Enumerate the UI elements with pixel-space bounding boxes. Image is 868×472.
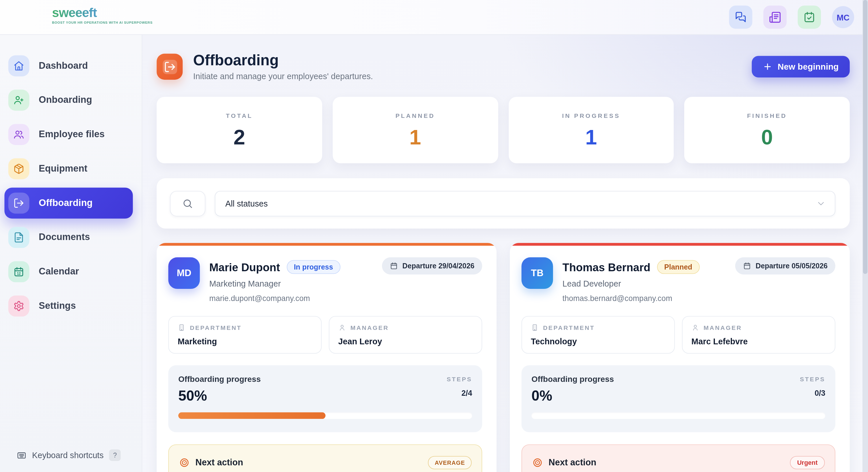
user-plus-icon — [8, 90, 29, 111]
gear-icon — [8, 295, 29, 317]
scrollbar-thumb[interactable] — [863, 0, 867, 274]
progress-steps: 2/4 — [461, 388, 472, 398]
offboarding-progress-panel: Offboarding progress STEPS 0% 0/3 — [522, 365, 835, 432]
manager-box: MANAGER Jean Leroy — [329, 316, 482, 353]
employee-card[interactable]: TB Thomas Bernard Planned Lead Developer… — [510, 243, 849, 472]
stat-card-in-progress: IN PROGRESS 1 — [508, 97, 674, 163]
brand-name: sweeeft — [52, 6, 153, 20]
stat-card-planned: PLANNED 1 — [333, 97, 498, 163]
package-icon — [8, 158, 29, 179]
sidebar-item-offboarding[interactable]: Offboarding — [4, 187, 133, 218]
sidebar-item-documents[interactable]: Documents — [4, 222, 133, 253]
employee-name: Marie Dupont — [209, 261, 280, 273]
stat-label: IN PROGRESS — [562, 112, 620, 119]
manager-value: Marc Lefebvre — [691, 337, 826, 346]
document-icon — [8, 227, 29, 248]
department-value: Marketing — [178, 337, 312, 346]
users-icon — [8, 124, 29, 145]
user-icon — [338, 324, 346, 332]
search-icon — [182, 198, 193, 209]
employee-name: Thomas Bernard — [562, 261, 650, 273]
stat-card-finished: FINISHED 0 — [684, 97, 849, 163]
log-out-icon — [163, 61, 176, 73]
stat-value: 2 — [234, 126, 245, 148]
newspaper-icon — [769, 11, 781, 23]
status-filter-select[interactable]: All statuses — [215, 191, 835, 216]
sidebar-item-calendar[interactable]: 12 Calendar — [4, 256, 133, 287]
sidebar-item-settings[interactable]: Settings — [4, 291, 133, 321]
sidebar-item-equipment[interactable]: Equipment — [4, 153, 133, 184]
page-header: Offboarding Initiate and manage your emp… — [157, 53, 850, 81]
department-box: DEPARTMENT Marketing — [168, 316, 321, 353]
employee-email: thomas.bernard@company.com — [562, 294, 699, 303]
target-icon — [179, 457, 190, 468]
main-content: Offboarding Initiate and manage your emp… — [142, 34, 862, 472]
avatar: TB — [522, 257, 553, 289]
calendar-icon: 12 — [8, 261, 29, 282]
calendar-check-icon — [803, 11, 815, 23]
plus-icon — [763, 62, 772, 72]
employee-role: Lead Developer — [562, 279, 699, 289]
calendar-check-button[interactable] — [798, 5, 821, 29]
sidebar-item-employee-files[interactable]: Employee files — [4, 119, 133, 150]
user-icon — [691, 324, 699, 332]
progress-percent: 0% — [531, 387, 552, 404]
stat-value: 0 — [761, 126, 773, 148]
brand-tagline: BOOST YOUR HR OPERATIONS WITH AI SUPERPO… — [52, 21, 153, 24]
sidebar-item-onboarding[interactable]: Onboarding — [4, 85, 133, 116]
new-beginning-button[interactable]: New beginning — [751, 56, 850, 77]
topbar: sweeeft BOOST YOUR HR OPERATIONS WITH AI… — [0, 0, 868, 35]
page-title: Offboarding — [193, 53, 373, 68]
page-subtitle: Initiate and manage your employees' depa… — [193, 71, 373, 81]
progress-bar — [531, 412, 825, 419]
messages-button[interactable] — [729, 5, 752, 29]
news-button[interactable] — [764, 5, 786, 29]
department-box: DEPARTMENT Technology — [522, 316, 675, 353]
employee-card[interactable]: MD Marie Dupont In progress Marketing Ma… — [157, 243, 496, 472]
keyboard-shortcuts[interactable]: Keyboard shortcuts ? — [17, 449, 121, 461]
manager-value: Jean Leroy — [338, 337, 473, 346]
filter-bar: All statuses — [157, 178, 850, 228]
stat-value: 1 — [585, 126, 597, 148]
stat-label: PLANNED — [396, 112, 435, 119]
status-badge: Planned — [657, 260, 700, 274]
departure-chip: Departure 29/04/2026 — [382, 257, 482, 275]
home-icon — [8, 56, 29, 76]
log-out-icon — [8, 193, 29, 214]
status-badge: In progress — [287, 260, 340, 274]
department-value: Technology — [531, 337, 665, 346]
stat-value: 1 — [409, 126, 421, 148]
offboarding-progress-panel: Offboarding progress STEPS 50% 2/4 — [168, 365, 482, 432]
manager-box: MANAGER Marc Lefebvre — [682, 316, 835, 353]
departure-chip: Departure 05/05/2026 — [735, 257, 835, 275]
user-avatar[interactable]: MC — [832, 6, 854, 28]
stat-label: TOTAL — [226, 112, 253, 119]
building-icon — [178, 324, 186, 332]
card-accent-strip — [510, 243, 849, 246]
priority-badge: AVERAGE — [428, 456, 472, 469]
brand-logo: sweeeft BOOST YOUR HR OPERATIONS WITH AI… — [52, 6, 153, 24]
chevron-down-icon — [816, 198, 826, 208]
employee-email: marie.dupont@company.com — [209, 294, 340, 303]
next-action-panel: Next action Urgent — [522, 444, 835, 472]
target-icon — [532, 457, 543, 468]
employee-role: Marketing Manager — [209, 279, 340, 289]
keyboard-icon — [17, 450, 26, 460]
employee-cards-row: MD Marie Dupont In progress Marketing Ma… — [157, 243, 850, 472]
progress-percent: 50% — [178, 387, 207, 404]
stat-label: FINISHED — [747, 112, 787, 119]
card-accent-strip — [157, 243, 496, 246]
building-icon — [531, 324, 538, 332]
calendar-icon — [743, 262, 751, 270]
stats-row: TOTAL 2 PLANNED 1 IN PROGRESS 1 FINISHED… — [157, 97, 850, 163]
progress-bar-fill — [178, 412, 326, 419]
avatar: MD — [168, 257, 200, 289]
search-button[interactable] — [170, 191, 206, 216]
offboarding-page-icon — [157, 54, 183, 80]
app-root: sweeeft BOOST YOUR HR OPERATIONS WITH AI… — [0, 0, 868, 472]
sidebar-item-dashboard[interactable]: Dashboard — [4, 50, 133, 81]
sidebar: Dashboard Onboarding Employee files Equi… — [0, 34, 142, 472]
progress-bar — [178, 412, 472, 419]
stat-card-total: TOTAL 2 — [157, 97, 322, 163]
progress-steps: 0/3 — [814, 388, 825, 398]
